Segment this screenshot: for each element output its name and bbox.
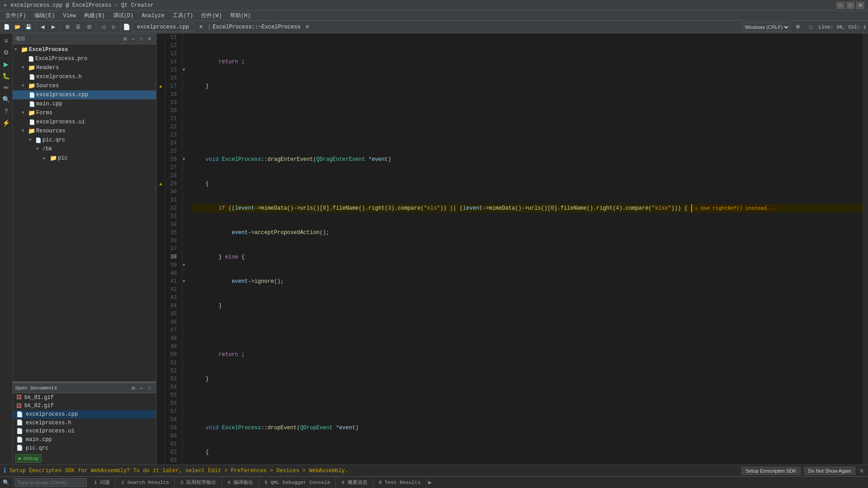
menu-view[interactable]: View (59, 12, 80, 20)
close-breadcrumb[interactable]: ✕ (302, 22, 312, 32)
extra-btn-2[interactable]: □ (806, 22, 816, 32)
fold-41[interactable]: ▼ (183, 277, 189, 286)
open-doc-excelh[interactable]: 📄 excelprocess.h (13, 418, 156, 427)
open-docs-collapse[interactable]: ─ (138, 385, 145, 392)
editor-gutter: ▲ ▲ (156, 33, 165, 465)
menu-file[interactable]: 文件(F) (2, 11, 30, 20)
open-doc-excelui[interactable]: 📄 excelprocess.ui (13, 427, 156, 436)
mode-split[interactable]: ⊟ (84, 22, 94, 32)
mode-list[interactable]: ☰ (73, 22, 83, 32)
bottom-tab-appout[interactable]: 3 应用程序输出 (175, 477, 222, 488)
locate-input[interactable] (14, 478, 87, 487)
tree-item-main-cpp[interactable]: 📄 main.cpp (13, 99, 156, 108)
info-close-button[interactable]: ✕ (859, 467, 864, 474)
tree-item-pro[interactable]: 📄 ExcelProcess.pro (13, 54, 156, 63)
setup-emscripten-button[interactable]: Setup Emscripten SDK (741, 467, 801, 475)
open-doc-excelcpp[interactable]: 📄 excelprocess.cpp (13, 410, 156, 419)
activity-edit[interactable]: ✏ (1, 82, 12, 93)
back-button[interactable]: ◀ (38, 22, 47, 32)
scrollbar-vertical[interactable] (863, 33, 868, 465)
fold-27 (183, 164, 189, 172)
open-docs-filter[interactable]: ⊟ (130, 385, 137, 392)
tree-item-excelprocess-cpp[interactable]: 📄 excelprocess.cpp (13, 90, 156, 99)
close-button[interactable]: ✕ (856, 2, 864, 9)
tree-item-excelprocess[interactable]: ▼ 📁 ExcelProcess (13, 45, 156, 54)
panel-close[interactable]: ✕ (146, 35, 153, 42)
activity-search[interactable]: 🔍 (1, 94, 12, 105)
activity-debug[interactable]: 🐛 (1, 70, 12, 81)
fold-15[interactable]: ▼ (183, 66, 189, 74)
panel-collapse[interactable]: ─ (130, 35, 137, 42)
activity-project[interactable]: ≡ (1, 35, 12, 46)
editor-area: ▲ ▲ (156, 33, 868, 465)
close-current-tab[interactable]: ✕ (196, 22, 206, 32)
panel-filter[interactable]: ⊟ (122, 35, 129, 42)
tree-item-excelprocess-ui[interactable]: 📄 excelprocess.ui (13, 117, 156, 127)
bottom-tab-issues[interactable]: 1 问题 (89, 477, 116, 488)
bottom-tab-summary[interactable]: 6 概要信息 (336, 477, 373, 488)
prev-bookmark[interactable]: ◁ (98, 22, 108, 32)
activity-extra[interactable]: ⚡ (1, 117, 12, 128)
tree-item-forms[interactable]: ▼ 📁 Forms (13, 108, 156, 117)
tree-item-pic-qrc[interactable]: ▼ 📄 pic.qrc (13, 136, 156, 145)
fold-39[interactable]: ▼ (183, 261, 189, 269)
linenum-56: 56 (165, 399, 179, 408)
next-bookmark[interactable]: ▷ (109, 22, 119, 32)
gutter-30 (156, 188, 165, 196)
bottom-tab-testresults[interactable]: 8 Test Results (373, 477, 426, 488)
activity-run[interactable]: ▶ (1, 59, 12, 70)
menu-edit[interactable]: 编辑(E) (31, 11, 59, 20)
open-doc-bk02[interactable]: 🖼 bk_02.gif (13, 402, 156, 410)
menu-control[interactable]: 控件(W) (198, 11, 226, 20)
linenum-44: 44 (165, 302, 179, 310)
bottom-tab-compile[interactable]: 4 编译输出 (222, 477, 259, 488)
fold-33 (183, 212, 189, 221)
open-doc-picqrc[interactable]: 📄 pic.qrc (13, 444, 156, 452)
tree-item-bk[interactable]: ▼ /bk (13, 145, 156, 154)
forward-button[interactable]: ▶ (48, 22, 58, 32)
menu-build[interactable]: 构建(B) (80, 11, 108, 20)
maximize-button[interactable]: □ (846, 2, 854, 9)
minimize-button[interactable]: ─ (836, 2, 844, 9)
activity-help[interactable]: ? (1, 106, 12, 117)
bottom-tab-qmldebug[interactable]: 5 QML Debugger Console (259, 477, 336, 488)
menu-tools[interactable]: 工具(T) (169, 11, 197, 20)
fold-26[interactable]: ▼ (183, 155, 189, 164)
open-doc-bk01[interactable]: 🖼 bk_01.gif (13, 393, 156, 402)
icon-openexcelh: 📄 (16, 419, 23, 426)
new-file-button[interactable]: 📄 (2, 22, 12, 32)
panel-expand[interactable]: □ (138, 35, 145, 42)
code-editor[interactable]: return ; } void ExcelProcess::dragEnterE… (189, 33, 863, 465)
tree-item-pic[interactable]: ▶ 📁 pic (13, 154, 156, 163)
open-button[interactable]: 📂 (13, 22, 23, 32)
extra-btn-1[interactable]: ⚙ (793, 22, 803, 32)
breadcrumb-sep: | (208, 24, 211, 30)
tree-item-headers[interactable]: ▼ 📁 Headers (13, 63, 156, 72)
code-line-15: void ExcelProcess::dragEnterEvent(QDragE… (193, 155, 863, 164)
open-docs-expand[interactable]: □ (146, 385, 153, 392)
menu-debug[interactable]: 调试(D) (109, 11, 137, 20)
label-headers: Headers (36, 65, 59, 71)
tree-item-excelprocess-h[interactable]: 📄 excelprocess.h (13, 72, 156, 81)
current-file-tab[interactable]: excelprocess.cpp (132, 23, 194, 32)
linenum-49: 49 (165, 343, 179, 351)
label-openexcelh: excelprocess.h (26, 420, 71, 426)
menu-help[interactable]: 帮助(H) (226, 11, 255, 20)
menu-analyze[interactable]: Analyze (138, 12, 168, 20)
tree-item-sources[interactable]: ▼ 📁 Sources (13, 81, 156, 90)
encoding-select[interactable]: Windows (CRLF) (742, 23, 790, 32)
breadcrumb-class[interactable]: ExcelProcess::~ExcelProcess (212, 24, 300, 30)
search-btn[interactable]: 🔍 (3, 479, 9, 486)
mode-grid[interactable]: ⊞ (62, 22, 72, 32)
gutter-33 (156, 212, 165, 221)
bottom-tab-search[interactable]: 2 Search Results (116, 477, 175, 488)
save-button[interactable]: 💾 (24, 22, 33, 32)
tree-item-resources[interactable]: ▼ 📁 Resources (13, 127, 156, 136)
do-not-show-again-button[interactable]: Do Not Show Again (804, 467, 855, 475)
activity-settings[interactable]: ⚙ (1, 47, 12, 58)
code-line-16: { (193, 180, 863, 188)
linenum-62: 62 (165, 448, 179, 456)
icon-excelprocess: 📁 (21, 46, 28, 53)
label-pic: pic (58, 155, 68, 161)
open-doc-maincpp[interactable]: 📄 main.cpp (13, 436, 156, 444)
